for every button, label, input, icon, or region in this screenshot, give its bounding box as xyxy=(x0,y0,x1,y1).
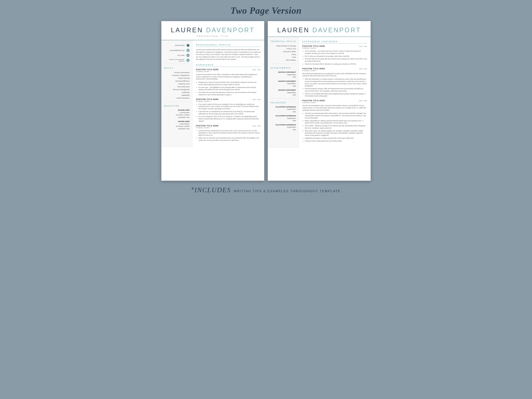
exp-desc-1: To get the most impact for your effort, … xyxy=(196,73,261,80)
exp-bullets-3: Last but not least, proofread your resum… xyxy=(196,130,261,141)
skill-item: Leadership xyxy=(164,91,190,94)
resume2-main: EXPERIENCE continued POSITION TITLE HERE… xyxy=(299,37,371,148)
bullet-item: Word files will not look always like the… xyxy=(305,58,367,63)
experience-section-title: EXPERIENCE xyxy=(196,64,261,67)
exp-continued-1: POSITION TITLE HERE Date - Date Company,… xyxy=(302,45,367,65)
footer-script: Includes xyxy=(195,186,231,194)
exp-date-2: Date - Date xyxy=(253,99,261,100)
skill-item: Project Planning xyxy=(164,77,190,80)
contact-linkedin: Linkedin.com/in/yourfirst-lastname in xyxy=(164,59,190,62)
skill-item: Resource Management xyxy=(164,88,190,91)
exp-header-1: POSITION TITLE HERE Date - Date xyxy=(196,69,261,70)
bullet-item: You can rearrange the order of the XYZ f… xyxy=(198,115,261,122)
achievement-item-3: AWARD/ACHIEVEMENT Organization Date xyxy=(270,89,296,96)
exp-continued-3: POSITION TITLE HERE Date - Date Company,… xyxy=(302,100,367,142)
exp-cont-company-3: Company, Location xyxy=(302,101,367,103)
contact-phone: 555.555.5555 📱 xyxy=(164,44,190,47)
resume1-body: 555.555.5555 📱 youremail@mail.com ✉ City… xyxy=(161,40,264,147)
bullet-item: Targeting your resume to the job posting… xyxy=(198,81,261,86)
skills-section-title: SKILLS xyxy=(164,67,190,69)
volunteer-item-1: VOLUNTEER EXPERIENCE Organization Date xyxy=(270,106,296,113)
resume1-first-name: LAUREN xyxy=(171,26,203,34)
skill-item: Conflict Resolution xyxy=(164,97,190,100)
exp-cont-title-1: POSITION TITLE HERE xyxy=(302,45,325,47)
exp-date-1: Date - Date xyxy=(253,69,261,70)
tech-skill: HTML & CSS xyxy=(270,47,296,50)
bullet-item: This is important – you need to save you… xyxy=(305,50,367,55)
volunteer-item-3: VOLUNTEER EXPERIENCE Organization Date xyxy=(270,124,296,131)
bullet-item: Make sure you check the most overlooked … xyxy=(198,137,261,141)
exp-header-2: POSITION TITLE HERE Date - Date xyxy=(196,98,261,100)
bullet-item: When the hiring team or computer system … xyxy=(305,78,367,87)
skill-item: Risk Assessment xyxy=(164,85,190,88)
experience-item-3: POSITION TITLE HERE Date - Date Company,… xyxy=(196,125,261,141)
achievement-item-1: AWARD/ACHIEVEMENT Organization Date xyxy=(270,71,296,78)
bullet-item: Pick the keywords, phrases, skills and r… xyxy=(305,88,367,92)
skill-item: Process Improvement xyxy=(164,71,190,74)
exp-company-3: Company, Location xyxy=(196,127,261,129)
footer-asterisk: * xyxy=(191,186,194,193)
exp-cont-company-2: Company, Location xyxy=(302,70,367,71)
tech-skill: Adobe Illustrator & InDesign xyxy=(270,44,296,47)
technical-skills-title: TECHNICAL SKILLS xyxy=(270,40,296,42)
exp-company-2: Company, Location xyxy=(196,100,261,102)
exp-cont-company-1: Company, Location xyxy=(302,47,367,49)
bullet-item: Check the Instructions file for directio… xyxy=(305,63,367,65)
exp-cont-title-3: POSITION TITLE HERE xyxy=(302,100,325,101)
exp-cont-bullets-1: This is important – you need to save you… xyxy=(302,50,367,65)
skill-item: Adaptability xyxy=(164,94,190,97)
contact-email: youremail@mail.com ✉ xyxy=(164,49,190,52)
bullet-item: Being "responsible for" helping customer… xyxy=(305,120,367,124)
achievement-item-2: AWARD/ACHIEVEMENT Organization Date xyxy=(270,80,296,88)
exp-title-3: POSITION TITLE HERE xyxy=(196,125,219,127)
experience-continued-title: EXPERIENCE continued xyxy=(302,40,367,44)
resume2-first-name: LAUREN xyxy=(277,26,310,34)
exp-continued-2: POSITION TITLE HERE Date - Date Company,… xyxy=(302,68,367,97)
exp-cont-bullets-3: Describe your achievements while in this… xyxy=(302,112,367,142)
exp-title-2: POSITION TITLE HERE xyxy=(196,98,219,100)
resume1-main: PROFESSIONAL PROFILE Use this area to qu… xyxy=(192,40,264,147)
resume2-header: LAUREN DAVENPORT xyxy=(268,21,371,37)
exp-cont-date-3: Date - Date xyxy=(359,100,367,101)
location-icon: 🏠 xyxy=(186,54,190,57)
linkedin-icon: in xyxy=(186,59,190,62)
resume2-sidebar: TECHNICAL SKILLS Adobe Illustrator & InD… xyxy=(268,37,299,148)
phone-icon: 📱 xyxy=(186,44,190,47)
exp-cont-bullets-2: When the hiring team or computer system … xyxy=(302,78,367,97)
exp-cont-date-2: Date - Date xyxy=(359,68,367,70)
bullet-item: PDF is what you will upload to job posti… xyxy=(305,55,367,57)
exp-bullets-1: Targeting your resume to the job posting… xyxy=(196,81,261,96)
bullet-item: It's super easy – just highlight the mos… xyxy=(198,86,261,91)
volunteer-item-2: VOLUNTEER EXPERIENCE Organization Date xyxy=(270,115,296,122)
bullet-item: If you want to stand out from your compe… xyxy=(198,103,261,110)
education-section-title: EDUCATION xyxy=(164,105,190,107)
education-item-1: DEGREE HERE Concentration University, Lo… xyxy=(164,109,190,119)
resume1-sidebar: 555.555.5555 📱 youremail@mail.com ✉ City… xyxy=(161,40,192,147)
skill-item: Improving Efficiency xyxy=(164,80,190,82)
education-item-2: DEGREE HERE Concentration University, Lo… xyxy=(164,120,190,130)
skill-item: Contracts & Negotiations xyxy=(164,74,190,77)
resume-page-1: LAUREN DAVENPORT PROFESSIONAL TITLE 555.… xyxy=(161,21,264,181)
resume1-name: LAUREN DAVENPORT xyxy=(165,26,261,34)
profile-section-title: PROFESSIONAL PROFILE xyxy=(196,44,261,47)
resume2-name: LAUREN DAVENPORT xyxy=(271,26,367,34)
exp-cont-desc-3: Use this main paragraph to give a summar… xyxy=(302,104,367,111)
footer-text: *Includes WRITING TIPS & EXAMPLES THROUG… xyxy=(191,186,341,194)
exp-bullets-2: If you want to stand out from your compe… xyxy=(196,103,261,122)
exp-company-1: Company, Location xyxy=(196,70,261,72)
bullet-item: This is better: "Helped an average of 30… xyxy=(305,125,367,129)
bullet-item: There's a ton of helpful information abo… xyxy=(305,93,367,97)
volunteer-section-title: VOLUNTEER xyxy=(270,102,296,104)
experience-item-2: POSITION TITLE HERE Date - Date Company,… xyxy=(196,98,261,122)
bullet-item: More action verbs: Led, directed, guided… xyxy=(305,130,367,137)
bullet-item: Last but not least, proofread your resum… xyxy=(198,130,261,136)
experience-item-1: POSITION TITLE HERE Date - Date Company,… xyxy=(196,69,261,96)
page-title: Two Page Version xyxy=(230,5,301,16)
resumes-container: LAUREN DAVENPORT PROFESSIONAL TITLE 555.… xyxy=(151,21,381,181)
achievements-section-title: ACHIEVEMENTS xyxy=(270,67,296,69)
bullet-item: It goes like this: Accomplished [X] as m… xyxy=(198,110,261,115)
exp-cont-desc-2: Re-read the job posting that you are app… xyxy=(302,73,367,77)
exp-date-3: Date - Date xyxy=(253,125,261,127)
skill-item: Reducing Costs xyxy=(164,82,190,85)
resume-page-2: LAUREN DAVENPORT TECHNICAL SKILLS Adobe … xyxy=(268,21,371,181)
